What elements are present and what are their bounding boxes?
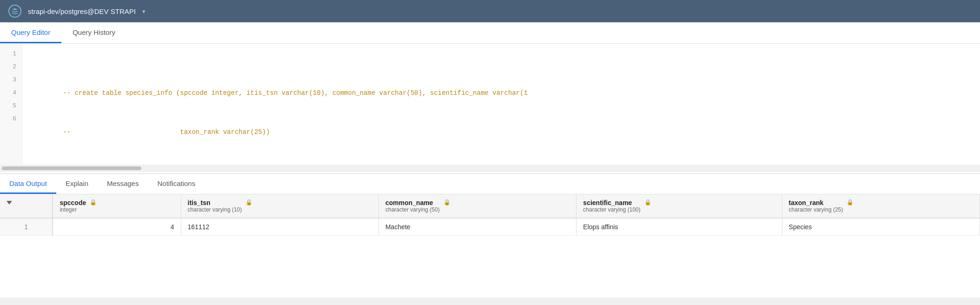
line-num-6: 6 (6, 113, 16, 126)
cell-itis-tsn-1: 161112 (181, 218, 378, 236)
col-name-common-name: common_name (385, 199, 440, 206)
row-number-1: 1 (0, 218, 53, 236)
tab-notifications[interactable]: Notifications (148, 174, 205, 194)
editor-scrollbar[interactable] (0, 165, 980, 172)
svg-point-0 (9, 5, 21, 17)
lock-icon-itis-tsn: 🔒 (245, 199, 252, 206)
table-row: 1 4 161112 Machete Elops affinis Species (0, 218, 980, 236)
col-name-scientific-name: scientific_name (583, 199, 640, 206)
sort-icon (7, 201, 12, 205)
code-line-1: -- create table species_info (spccode in… (32, 73, 980, 86)
th-spccode[interactable]: spccode integer 🔒 (53, 194, 181, 218)
code-lines[interactable]: -- create table species_info (spccode in… (22, 44, 980, 165)
line-numbers: 1 2 3 4 5 6 (0, 44, 22, 165)
cell-scientific-name-1: Elops affinis (576, 218, 782, 236)
th-row-indicator (0, 194, 53, 218)
lock-icon-taxon-rank: 🔒 (847, 199, 854, 206)
chevron-icon[interactable]: ▾ (142, 8, 146, 15)
cell-common-name-1: Machete (378, 218, 576, 236)
cell-taxon-rank-1: Species (782, 218, 980, 236)
th-taxon-rank[interactable]: taxon_rank character varying (25) 🔒 (782, 194, 980, 218)
code-line-2: -- taxon_rank varchar(25)) (32, 113, 980, 126)
tab-query-history[interactable]: Query History (61, 22, 126, 43)
line-num-1: 1 (6, 47, 16, 60)
tab-explain[interactable]: Explain (56, 174, 98, 194)
data-table-wrapper: spccode integer 🔒 itis_tsn character var… (0, 194, 980, 298)
col-name-spccode: spccode (60, 199, 86, 206)
lock-icon-spccode: 🔒 (90, 199, 97, 206)
comment-line-2: -- taxon_rank varchar(25)) (63, 128, 270, 136)
th-common-name[interactable]: common_name character varying (50) 🔒 (378, 194, 576, 218)
col-type-common-name: character varying (50) (385, 206, 440, 213)
code-line-3 (32, 152, 980, 165)
line-num-5: 5 (6, 99, 16, 113)
col-type-spccode: integer (60, 206, 86, 213)
lock-icon-scientific-name: 🔒 (644, 199, 651, 206)
scrollbar-thumb[interactable] (2, 166, 141, 170)
th-scientific-name[interactable]: scientific_name character varying (100) … (576, 194, 782, 218)
bottom-tabs: Data Output Explain Messages Notificatio… (0, 174, 980, 194)
table-header-row: spccode integer 🔒 itis_tsn character var… (0, 194, 980, 218)
tab-data-output[interactable]: Data Output (0, 174, 56, 194)
line-num-4: 4 (6, 86, 16, 99)
line-num-2: 2 (6, 60, 16, 73)
col-type-scientific-name: character varying (100) (583, 206, 640, 213)
cell-spccode-1: 4 (53, 218, 181, 236)
results-table: spccode integer 🔒 itis_tsn character var… (0, 194, 980, 236)
tab-query-editor[interactable]: Query Editor (0, 22, 61, 43)
col-type-itis-tsn: character varying (10) (188, 206, 242, 213)
line-num-3: 3 (6, 73, 16, 86)
top-bar: strapi-dev/postgres@DEV STRAPI ▾ (0, 0, 980, 22)
th-itis-tsn[interactable]: itis_tsn character varying (10) 🔒 (181, 194, 378, 218)
editor-tabs: Query Editor Query History (0, 22, 980, 44)
col-type-taxon-rank: character varying (25) (789, 206, 843, 213)
db-icon (7, 4, 22, 19)
lock-icon-common-name: 🔒 (444, 199, 450, 206)
col-name-itis-tsn: itis_tsn (188, 199, 242, 206)
connection-title: strapi-dev/postgres@DEV STRAPI (28, 7, 136, 15)
query-editor-area[interactable]: 1 2 3 4 5 6 -- create table species_info… (0, 44, 980, 174)
comment-line-1: -- create table species_info (spccode in… (63, 89, 528, 97)
tab-messages[interactable]: Messages (98, 174, 148, 194)
bottom-panel: Data Output Explain Messages Notificatio… (0, 174, 980, 298)
col-name-taxon-rank: taxon_rank (789, 199, 843, 206)
